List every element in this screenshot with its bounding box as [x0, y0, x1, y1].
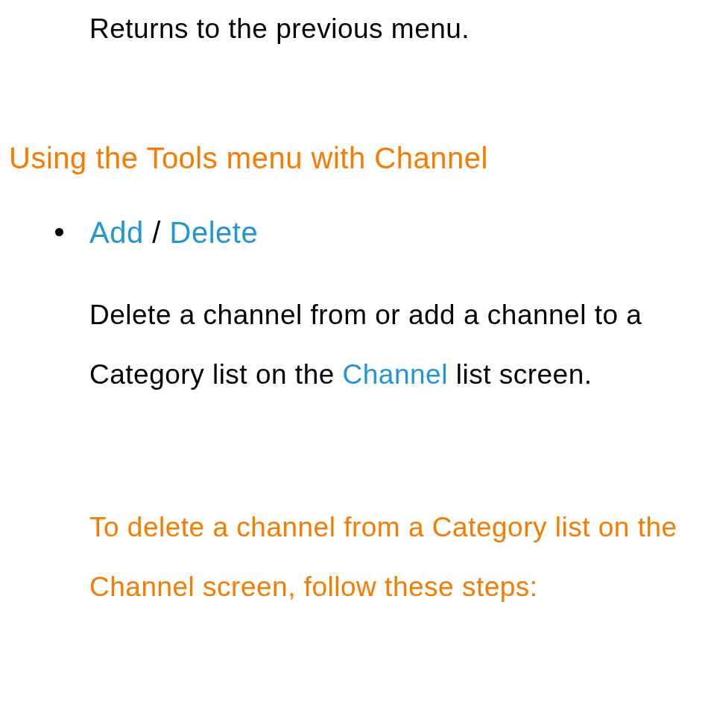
channel-link[interactable]: Channel [343, 359, 448, 390]
item-title: Add / Delete [89, 216, 689, 250]
bullet-icon [55, 228, 63, 236]
return-previous-text: Returns to the previous menu. [89, 13, 689, 45]
section-heading: Using the Tools menu with Channel [9, 142, 689, 175]
delete-instruction: To delete a channel from a Category list… [89, 498, 689, 616]
title-separator: / [144, 216, 170, 249]
delete-link[interactable]: Delete [170, 216, 259, 249]
item-description: Delete a channel from or add a channel t… [89, 285, 689, 404]
add-link[interactable]: Add [89, 216, 144, 249]
list-container: Add / Delete Delete a channel from or ad… [54, 216, 689, 616]
description-after: list screen. [448, 359, 592, 390]
list-item-add-delete: Add / Delete Delete a channel from or ad… [54, 216, 689, 616]
